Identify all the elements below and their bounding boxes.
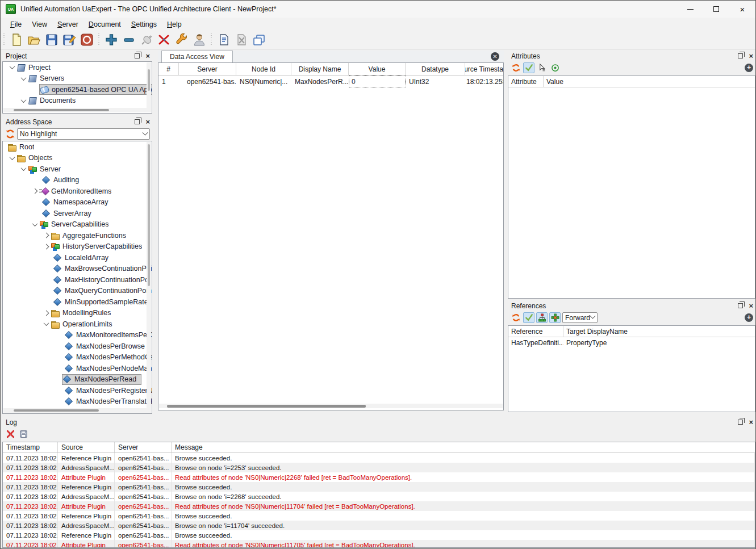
log-row-error[interactable]: 07.11.2023 18:02...Attribute Pluginopen6… — [3, 501, 755, 511]
menu-help[interactable]: Help — [162, 19, 187, 30]
tree-item-root[interactable]: Root — [3, 141, 152, 153]
tree-item-serverarray[interactable]: ServerArray — [3, 208, 152, 219]
clear-log-button[interactable] — [5, 429, 16, 439]
tree-item-operationlimits[interactable]: OperationLimits — [3, 318, 152, 330]
tree-item-maxnodesperregisternodes[interactable]: MaxNodesPerRegisterNo — [3, 385, 152, 396]
tree-item-getmonitoreditems[interactable]: GetMonitoredItems — [3, 186, 152, 197]
chevron-right-icon[interactable] — [41, 233, 51, 237]
close-tab-button[interactable]: ✕ — [491, 52, 499, 61]
col-header-server[interactable]: Server — [179, 63, 236, 75]
close-panel-icon[interactable]: × — [749, 302, 753, 309]
col-header-reference[interactable]: Reference — [508, 326, 563, 337]
copy-to-clipboard-button[interactable] — [536, 62, 548, 73]
col-header-num[interactable]: # — [158, 63, 179, 75]
tree-item-maxnodesperread[interactable]: MaxNodesPerRead — [3, 374, 152, 385]
float-panel-icon[interactable] — [135, 119, 140, 124]
col-header-server[interactable]: Server — [115, 442, 172, 452]
menu-file[interactable]: File — [5, 19, 27, 30]
tree-item-servercapabilities[interactable]: ServerCapabilities — [3, 219, 152, 231]
open-project-button[interactable] — [25, 32, 43, 48]
log-row[interactable]: 07.11.2023 18:02...Reference Pluginopen6… — [3, 511, 755, 521]
log-row-error[interactable]: 07.11.2023 18:02...Attribute Pluginopen6… — [3, 540, 755, 548]
tree-item-maxnodesperbrowse[interactable]: MaxNodesPerBrowse — [3, 341, 152, 352]
tree-item-maxmonitoreditemspercall[interactable]: MaxMonitoredItemsPerC — [3, 330, 152, 341]
chevron-right-icon[interactable] — [30, 189, 39, 193]
refresh-attributes-button[interactable] — [510, 62, 521, 73]
tree-item-open62541-server[interactable]: open62541-based OPC UA App — [3, 84, 152, 95]
project-vertical-scrollbar[interactable] — [147, 62, 151, 112]
refresh-icon[interactable] — [5, 129, 15, 139]
show-node-button[interactable] — [549, 62, 561, 73]
log-row[interactable]: 07.11.2023 18:02...AddressSpaceM...open6… — [3, 521, 755, 530]
log-row[interactable]: 07.11.2023 18:02...AddressSpaceM...open6… — [3, 492, 755, 501]
close-panel-icon[interactable]: × — [749, 52, 753, 60]
tree-item-historyservercapabilities[interactable]: HistoryServerCapabilities — [3, 241, 152, 253]
tree-item-minsupportedsamplerate[interactable]: MinSupportedSampleRate — [3, 296, 152, 308]
chevron-down-icon[interactable] — [19, 99, 28, 103]
address-space-horizontal-scrollbar[interactable] — [3, 408, 147, 413]
toolbar-drag-handle[interactable] — [210, 33, 213, 47]
tree-item-servers[interactable]: Servers — [3, 73, 152, 85]
close-panel-icon[interactable]: × — [749, 418, 753, 426]
tree-item-maxquerycontinuationpoints[interactable]: MaxQueryContinuationPoin — [3, 286, 152, 297]
minimize-button[interactable] — [677, 1, 703, 18]
reference-row[interactable]: HasTypeDefiniti... PropertyType — [508, 337, 755, 349]
log-row[interactable]: 07.11.2023 18:02...AddressSpaceM...open6… — [3, 463, 755, 472]
tree-item-localeidarray[interactable]: LocaleIdArray — [3, 252, 152, 263]
col-header-target-displayname[interactable]: Target DisplayName — [563, 326, 755, 337]
new-document-button[interactable] — [7, 32, 25, 48]
chevron-right-icon[interactable] — [41, 311, 51, 315]
connect-server-button[interactable] — [137, 32, 155, 48]
close-button[interactable]: × — [729, 1, 755, 18]
menu-settings[interactable]: Settings — [126, 19, 162, 30]
tree-item-maxbrowsecontinuationpoints[interactable]: MaxBrowseContinuationPoi — [3, 263, 152, 275]
col-header-datatype[interactable]: Datatype — [406, 63, 465, 75]
tree-item-server[interactable]: Server — [3, 164, 152, 175]
col-header-timestamp[interactable]: Timestamp — [3, 442, 58, 452]
hierarchy-view-toggle[interactable] — [536, 312, 548, 323]
save-log-button[interactable] — [18, 429, 29, 439]
float-panel-icon[interactable] — [738, 53, 743, 58]
remove-server-button[interactable] — [120, 32, 137, 48]
direction-dropdown[interactable]: Forward — [562, 312, 598, 323]
close-panel-icon[interactable]: × — [145, 52, 150, 60]
expand-panel-button[interactable]: + — [745, 64, 753, 72]
chevron-down-icon[interactable] — [7, 65, 16, 69]
value-cell-editor[interactable]: 0 — [349, 76, 406, 87]
tree-item-objects[interactable]: Objects — [3, 153, 152, 164]
address-space-vertical-scrollbar[interactable] — [147, 142, 151, 413]
dav-row-1[interactable]: 1 open62541-bas... NS0|Numeric|... MaxNo… — [158, 76, 503, 87]
exit-button[interactable] — [78, 32, 95, 48]
chevron-down-icon[interactable] — [7, 156, 16, 160]
dav-horizontal-scrollbar[interactable] — [159, 404, 503, 408]
tree-item-modellingrules[interactable]: ModellingRules — [3, 308, 152, 319]
toolbar-drag-handle[interactable] — [2, 33, 6, 47]
toolbar-drag-handle[interactable] — [97, 33, 101, 47]
log-row[interactable]: 07.11.2023 18:02...Reference Pluginopen6… — [3, 453, 755, 463]
tree-item-maxhistorycontinuationpoints[interactable]: MaxHistoryContinuationPoi — [3, 274, 152, 286]
auto-update-toggle[interactable] — [523, 62, 534, 73]
log-row-error[interactable]: 07.11.2023 18:02...Attribute Pluginopen6… — [3, 472, 755, 482]
close-panel-icon[interactable]: × — [145, 118, 150, 125]
expand-panel-button[interactable]: + — [745, 313, 753, 322]
maximize-button[interactable] — [703, 1, 729, 18]
save-project-as-button[interactable] — [60, 32, 78, 48]
float-panel-icon[interactable] — [738, 420, 743, 425]
tree-item-aggregatefunctions[interactable]: AggregateFunctions — [3, 230, 152, 241]
add-window-button[interactable] — [250, 32, 268, 48]
menu-document[interactable]: Document — [83, 19, 126, 30]
col-header-value[interactable]: Value — [544, 76, 755, 87]
tree-item-project[interactable]: Project — [3, 62, 152, 73]
add-document-button[interactable] — [215, 32, 232, 48]
chevron-down-icon[interactable] — [19, 167, 28, 171]
menu-server[interactable]: Server — [52, 19, 83, 30]
save-project-button[interactable] — [43, 32, 60, 48]
float-panel-icon[interactable] — [738, 303, 743, 308]
change-user-button[interactable] — [190, 32, 208, 48]
add-server-button[interactable] — [102, 32, 120, 48]
col-header-message[interactable]: Message — [172, 442, 755, 452]
project-horizontal-scrollbar[interactable] — [3, 108, 147, 112]
tree-item-maxnodespernodemanagement[interactable]: MaxNodesPerNodeMan — [3, 363, 152, 374]
tree-item-auditing[interactable]: Auditing — [3, 175, 152, 186]
float-panel-icon[interactable] — [135, 53, 140, 58]
